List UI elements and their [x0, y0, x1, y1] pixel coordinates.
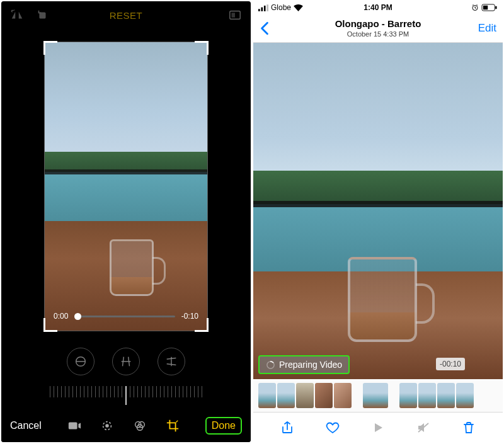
spinner-icon — [266, 360, 275, 370]
adjustment-buttons — [1, 348, 251, 375]
photo-content — [253, 43, 503, 379]
crop-handle-tl[interactable] — [43, 41, 57, 55]
slider-ticks — [50, 386, 202, 405]
timeline-end-label: -0:10 — [181, 312, 198, 321]
thumbnail[interactable] — [277, 383, 295, 408]
trash-icon[interactable] — [461, 420, 476, 435]
railing-shape — [45, 169, 207, 174]
flip-horizontal-icon[interactable] — [10, 8, 24, 22]
horizontal-perspective-icon — [164, 355, 178, 368]
thumbnail[interactable] — [456, 383, 474, 408]
adjust-tab-icon[interactable] — [100, 419, 114, 433]
svg-rect-12 — [266, 4, 268, 11]
video-tab-icon[interactable] — [67, 419, 81, 433]
rotate-icon[interactable] — [35, 8, 49, 22]
crop-frame[interactable]: 0:00 -0:10 — [44, 42, 208, 331]
thumbnail[interactable] — [418, 383, 436, 408]
edit-bottombar: Cancel Done — [1, 409, 251, 442]
mute-icon[interactable] — [416, 420, 431, 435]
edit-button[interactable]: Edit — [478, 22, 496, 35]
svg-rect-15 — [483, 6, 488, 9]
preparing-video-badge: Preparing Video — [258, 355, 350, 374]
battery-icon — [481, 4, 498, 11]
svg-rect-9 — [258, 9, 260, 11]
thumbnail[interactable] — [315, 383, 333, 408]
status-bar: Globe 1:40 PM — [253, 1, 503, 14]
timeline-scrubber[interactable] — [74, 316, 175, 317]
done-button-highlight: Done — [205, 417, 242, 435]
done-button[interactable]: Done — [212, 420, 236, 431]
railing-shape — [253, 201, 503, 207]
video-timeline[interactable]: 0:00 -0:10 — [54, 312, 198, 321]
horizontal-perspective-button[interactable] — [158, 348, 185, 375]
statusbar-left: Globe — [258, 3, 321, 12]
carrier-label: Globe — [271, 3, 291, 12]
angle-slider[interactable] — [1, 379, 251, 412]
viewer-header: Olongapo - Barreto October 15 4:33 PM Ed… — [253, 14, 503, 43]
svg-rect-16 — [495, 6, 496, 9]
vertical-perspective-button[interactable] — [112, 348, 140, 375]
play-icon[interactable] — [370, 420, 386, 435]
crop-stage: 0:00 -0:10 — [1, 29, 251, 344]
straighten-button[interactable] — [67, 348, 94, 375]
aspect-ratio-icon[interactable] — [228, 8, 242, 22]
statusbar-right — [435, 4, 498, 11]
vertical-perspective-icon — [119, 355, 133, 368]
edit-topbar: RESET — [1, 1, 251, 29]
video-preview — [45, 42, 207, 331]
date-subtitle: October 15 4:33 PM — [335, 30, 421, 38]
topbar-right-icons — [198, 8, 242, 22]
edit-screen: RESET 0:00 -0:10 — [1, 1, 251, 442]
back-button[interactable] — [260, 21, 270, 35]
favorite-icon[interactable] — [325, 420, 340, 435]
cancel-button[interactable]: Cancel — [10, 420, 42, 431]
thumbnail[interactable] — [334, 383, 352, 408]
mug-shape — [110, 239, 154, 296]
timeline-start-label: 0:00 — [54, 312, 68, 321]
alarm-icon — [471, 4, 479, 11]
topbar-left-icons — [10, 8, 54, 22]
svg-rect-2 — [231, 13, 235, 17]
thumbnail[interactable] — [296, 383, 314, 408]
mug-shape — [348, 257, 417, 342]
crop-handle-tr[interactable] — [195, 41, 209, 55]
share-icon[interactable] — [280, 420, 295, 435]
reset-button[interactable]: RESET — [110, 10, 143, 21]
thumbnail-current[interactable] — [363, 383, 388, 408]
thumbnail[interactable] — [399, 383, 417, 408]
crop-tab-icon[interactable] — [166, 419, 180, 433]
photo-viewport[interactable]: Preparing Video -00:10 — [253, 43, 503, 379]
thumbnail-strip[interactable] — [253, 379, 503, 412]
edit-mode-tabs — [55, 419, 192, 433]
time-remaining-badge: -00:10 — [436, 358, 465, 370]
header-title-block: Olongapo - Barreto October 15 4:33 PM — [335, 18, 421, 38]
viewer-bottombar — [253, 412, 503, 442]
thumbnail[interactable] — [258, 383, 276, 408]
svg-rect-11 — [264, 5, 266, 11]
svg-rect-0 — [39, 12, 45, 18]
filters-tab-icon[interactable] — [133, 419, 147, 433]
wifi-icon — [294, 4, 303, 11]
preparing-video-label: Preparing Video — [279, 360, 342, 370]
straighten-icon — [74, 355, 88, 368]
svg-rect-10 — [261, 7, 263, 11]
location-title: Olongapo - Barreto — [335, 18, 421, 29]
signal-icon — [258, 4, 268, 11]
statusbar-time: 1:40 PM — [364, 3, 392, 12]
svg-point-5 — [105, 424, 109, 428]
viewer-screen: Globe 1:40 PM Olongapo - Barreto October… — [253, 1, 503, 442]
thumbnail[interactable] — [437, 383, 455, 408]
